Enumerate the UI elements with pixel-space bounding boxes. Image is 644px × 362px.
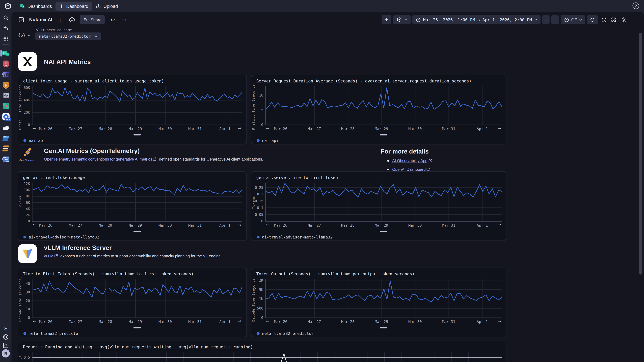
opentelemetry-wordmark: OpenTelemetry (20, 159, 36, 161)
vllm-link[interactable]: vLLM (44, 254, 54, 258)
pan-right-icon[interactable]: → (238, 319, 242, 324)
nav-dashboards[interactable]: Dashboards (16, 1, 56, 10)
chart-plot-area[interactable] (265, 183, 502, 222)
people-icon (83, 17, 88, 22)
help-button[interactable]: ? (632, 2, 639, 9)
x-zoom-scrollbar[interactable] (134, 231, 141, 232)
y-tick-label: 20K (24, 110, 30, 114)
panel-title[interactable]: Token Output (Seconds) - sum(vllm_time_p… (252, 268, 506, 276)
x-tick-label: Mar 30 (408, 223, 422, 227)
time-range-picker[interactable]: Mar 25, 2026, 1:00 PM → Apr 1, 2026, 2:0… (412, 15, 540, 24)
x-tick-label: Mar 31 (188, 320, 202, 324)
legend: meta-llama32-predictor (252, 328, 506, 336)
sidebar-item-clusters[interactable] (1, 101, 10, 110)
user-avatar[interactable]: R (2, 349, 10, 358)
sidebar-item-projects[interactable] (1, 70, 10, 79)
chart-svg (266, 183, 502, 221)
section-description-text: defined open standards for Generative AI… (159, 157, 263, 161)
y-tick-label: 0 (28, 316, 30, 320)
sidebar-item-kubernetes[interactable]: NEW (1, 112, 10, 121)
sidebar-item-alerts[interactable] (1, 59, 10, 68)
pan-right-icon[interactable]: → (238, 126, 242, 131)
panel-title[interactable]: gen_ai.client.token.usage (18, 172, 246, 180)
sidebar-item-archive[interactable] (1, 154, 10, 163)
pan-right-icon[interactable]: → (498, 126, 501, 131)
legend-label[interactable]: nai-api (29, 138, 45, 143)
datasource-picker[interactable] (393, 15, 411, 24)
panel-server-request-duration: Server Request Duration Average (Seconds… (251, 75, 506, 144)
panel-title[interactable]: gen_ai.server.time_to_first_token (252, 172, 506, 180)
share-button[interactable]: Share (80, 15, 105, 24)
chart-plot-area[interactable] (32, 183, 242, 222)
auto-refresh-picker[interactable]: Off (560, 15, 585, 24)
search-icon[interactable] (1, 13, 10, 22)
cloud-sync-icon[interactable] (68, 15, 76, 24)
openai-dashboard-link[interactable]: OpenAI Dashboard (392, 167, 426, 172)
pan-right-icon[interactable]: → (498, 319, 501, 324)
add-panel-button[interactable]: + (382, 15, 392, 24)
time-shift-forward-button[interactable]: › (552, 15, 559, 24)
legend-label[interactable]: meta-llama32-predictor (262, 331, 314, 336)
sidebar-item-security[interactable] (1, 80, 10, 89)
x-tick-label: Mar 27 (69, 223, 82, 227)
refresh-button[interactable] (587, 15, 598, 24)
x-zoom-scrollbar[interactable] (380, 327, 387, 328)
x-tick-label: Apr 1 (219, 223, 230, 227)
vertical-scrollbar-thumb[interactable] (639, 33, 642, 275)
settings-gear-icon[interactable] (619, 15, 628, 24)
projects-app-icon (2, 70, 10, 79)
chart-plot-area[interactable] (32, 352, 502, 362)
x-zoom-scrollbar[interactable] (134, 327, 141, 328)
chart-plot-area[interactable] (265, 86, 502, 125)
nav-upload[interactable]: Upload (92, 1, 122, 10)
legend: meta-llama32-predictor (18, 328, 246, 336)
legend-label[interactable]: ai-travel-advisor•meta-llama32 (29, 235, 99, 239)
ai-observability-app-link[interactable]: AI Observability App (392, 158, 428, 163)
x-zoom-scrollbar[interactable] (134, 134, 141, 135)
panel-layout-toggle-button[interactable] (17, 15, 26, 24)
sidebar-item-files[interactable] (1, 144, 10, 153)
usage-analytics-icon[interactable] (1, 341, 10, 350)
collapse-sidebar-icon[interactable]: » (1, 324, 10, 333)
panel-title[interactable]: Requests Running and Waiting - avg(vllm_… (18, 341, 506, 349)
support-lifering-icon[interactable] (1, 333, 10, 342)
pan-right-icon[interactable]: → (238, 222, 242, 227)
sidebar-item-cloud[interactable] (1, 123, 10, 132)
undo-icon[interactable]: ↩ (108, 15, 117, 24)
panel-title[interactable]: Server Request Duration Average (Seconds… (252, 75, 506, 83)
kebab-menu-icon[interactable]: ⋮ (56, 15, 64, 24)
section-vllm-header: vLLM Inference Server vLLM exposes a ric… (18, 244, 222, 263)
panel-title[interactable]: Time to First Token (Seconds) - sum(vllm… (18, 268, 246, 276)
fullscreen-button[interactable] (610, 15, 618, 24)
variable-value-dropdown[interactable]: meta-llama32-predictor (36, 32, 101, 40)
legend-label[interactable]: nai-api (262, 138, 278, 143)
otel-conventions-link[interactable]: OpenTelemetry semantic conventions for g… (44, 157, 152, 161)
panel-title[interactable]: client token usage - sum(gen_ai.client.t… (18, 75, 246, 83)
history-button[interactable] (600, 15, 608, 24)
nav-new-dashboard[interactable]: + Dashboard (56, 1, 92, 10)
variable-value: meta-llama32-predictor (39, 34, 91, 38)
legend-label[interactable]: meta-llama32-predictor (29, 331, 80, 336)
x-tick-label: Apr 1 (477, 223, 488, 227)
redo-icon[interactable]: ↪ (120, 15, 129, 24)
x-tick-label: Mar 30 (158, 320, 172, 324)
chevron-down-icon (534, 17, 537, 20)
chart-plot-area[interactable] (32, 279, 242, 318)
variables-toggle[interactable]: {$} (18, 33, 30, 37)
nav-upload-label: Upload (104, 3, 118, 8)
time-shift-back-button[interactable]: ‹ (542, 15, 550, 24)
chart-plot-area[interactable] (32, 86, 242, 125)
apps-grid-icon[interactable] (1, 34, 10, 43)
ai-sparkles-icon[interactable] (1, 23, 10, 32)
chart-plot-area[interactable] (265, 279, 502, 318)
legend-label[interactable]: ai-travel-advisor•meta-llama32 (262, 235, 332, 239)
x-zoom-scrollbar[interactable] (380, 231, 387, 232)
legend: ai-travel-advisor•meta-llama32 (252, 232, 506, 239)
sidebar-item-dashboards[interactable] (1, 49, 10, 58)
perses-logo[interactable] (4, 2, 12, 10)
sidebar-item-monitoring[interactable] (1, 91, 10, 100)
sidebar-item-storage[interactable] (1, 133, 10, 142)
y-tick-label: 8K (26, 194, 30, 198)
pan-right-icon[interactable]: → (498, 222, 501, 227)
x-zoom-scrollbar[interactable] (380, 134, 387, 135)
